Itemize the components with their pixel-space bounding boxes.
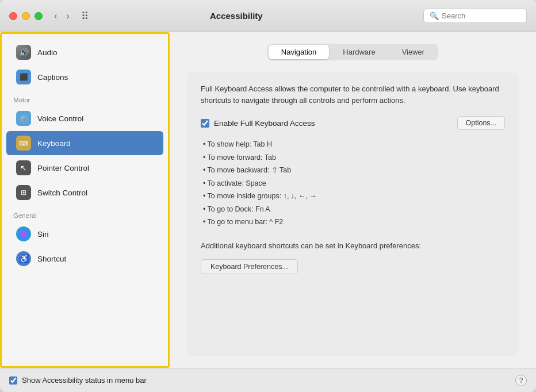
shortcuts-list: • To show help: Tab H • To move forward:… (201, 138, 505, 229)
sidebar-item-label: Keyboard (37, 139, 71, 148)
enable-checkbox-row: Enable Full Keyboard Access Options... (201, 116, 505, 130)
sidebar-item-label: Switch Control (37, 189, 87, 197)
voice-control-icon: ⚙️ (16, 110, 32, 126)
sidebar-item-captions[interactable]: ⬛ Captions (6, 65, 163, 89)
additional-text: Additional keyboard shortcuts can be set… (201, 240, 505, 252)
search-input[interactable] (442, 11, 522, 20)
description-text: Full Keyboard Access allows the computer… (201, 83, 505, 106)
siri-icon (16, 226, 32, 242)
keyboard-icon: ⌨ (16, 135, 32, 151)
captions-icon: ⬛ (16, 69, 32, 85)
window: ‹ › ⠿ Accessibility 🔍 🔊 Audio ⬛ (0, 0, 536, 392)
sidebar-item-label: Audio (37, 48, 58, 57)
sidebar-item-switch-control[interactable]: ⊞ Switch Control (6, 180, 163, 205)
keyboard-preferences-button[interactable]: Keyboard Preferences... (201, 259, 298, 274)
search-box: 🔍 (423, 9, 527, 23)
sidebar-item-shortcut[interactable]: ♿ Shortcut (6, 247, 163, 271)
tab-viewer[interactable]: Viewer (389, 45, 438, 59)
shortcut-item: • To move forward: Tab (203, 151, 505, 164)
sidebar-item-siri[interactable]: Siri (6, 222, 163, 246)
shortcut-item: • To go to Dock: Fn A (203, 203, 505, 216)
sidebar-item-label: Siri (37, 230, 49, 239)
shortcut-item: • To move inside groups: ↑, ↓, ←, → (203, 190, 505, 203)
enable-keyboard-label: Enable Full Keyboard Access (214, 119, 315, 128)
maximize-button[interactable] (35, 12, 43, 20)
content-area: Navigation Hardware Viewer Full Keyboard… (170, 32, 536, 368)
show-accessibility-label: Show Accessibility status in menu bar (22, 376, 147, 385)
sidebar-item-voice-control[interactable]: ⚙️ Voice Control (6, 106, 163, 130)
bottom-bar: Show Accessibility status in menu bar ? (0, 368, 536, 392)
sidebar-item-audio[interactable]: 🔊 Audio (6, 40, 163, 64)
pointer-icon: ↖ (16, 160, 32, 176)
sidebar: 🔊 Audio ⬛ Captions Motor ⚙️ Voice Contro… (0, 32, 170, 368)
shortcut-icon: ♿ (16, 251, 32, 267)
switch-control-icon: ⊞ (16, 185, 32, 201)
sidebar-item-keyboard[interactable]: ⌨ Keyboard (6, 131, 163, 155)
help-button[interactable]: ? (515, 375, 527, 386)
traffic-lights (9, 12, 43, 20)
tab-hardware[interactable]: Hardware (330, 45, 388, 59)
minimize-button[interactable] (22, 12, 30, 20)
bottom-checkbox-row: Show Accessibility status in menu bar (9, 376, 515, 385)
search-icon: 🔍 (430, 11, 439, 20)
sidebar-item-label: Pointer Control (37, 164, 89, 172)
enable-keyboard-checkbox[interactable] (201, 119, 209, 128)
shortcut-item: • To move backward: ⇧ Tab (203, 164, 505, 177)
sidebar-item-label: Voice Control (37, 114, 83, 123)
close-button[interactable] (9, 12, 17, 20)
section-general: General (2, 205, 168, 221)
shortcut-item: • To show help: Tab H (203, 138, 505, 151)
titlebar: ‹ › ⠿ Accessibility 🔍 (0, 0, 536, 32)
main-content: 🔊 Audio ⬛ Captions Motor ⚙️ Voice Contro… (0, 32, 536, 368)
show-accessibility-checkbox[interactable] (9, 376, 17, 385)
shortcut-item: • To go to menu bar: ^ F2 (203, 216, 505, 229)
section-motor: Motor (2, 90, 168, 106)
sidebar-item-label: Shortcut (37, 255, 66, 263)
options-button[interactable]: Options... (457, 116, 506, 130)
titlebar-title: Accessibility (49, 11, 423, 21)
tab-group: Navigation Hardware Viewer (267, 44, 438, 60)
tabs-bar: Navigation Hardware Viewer (187, 44, 519, 60)
sidebar-item-label: Captions (37, 73, 68, 82)
shortcut-item: • To activate: Space (203, 177, 505, 190)
content-card: Full Keyboard Access allows the computer… (187, 72, 519, 356)
tab-navigation[interactable]: Navigation (269, 45, 329, 59)
audio-icon: 🔊 (16, 44, 32, 60)
sidebar-item-pointer-control[interactable]: ↖ Pointer Control (6, 156, 163, 180)
